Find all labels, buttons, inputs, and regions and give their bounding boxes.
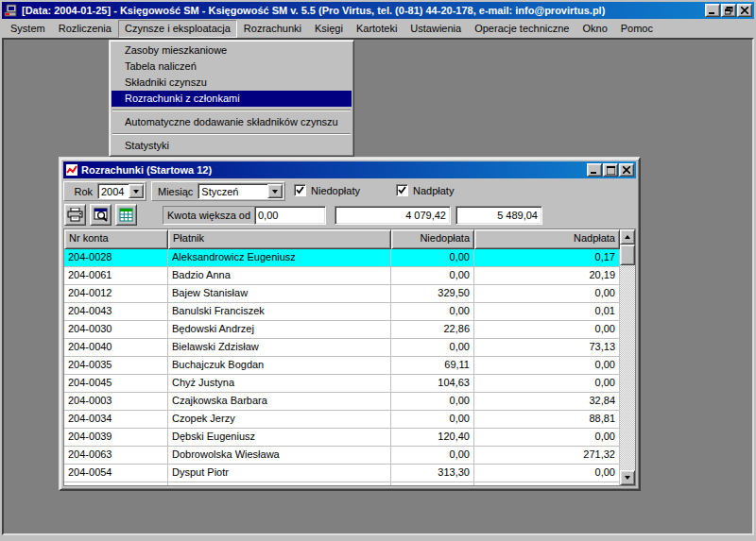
table-row[interactable]: 204-0040Bielawski Zdzisław0,0073,13 bbox=[64, 339, 620, 357]
niedoplaty-checkbox[interactable]: Niedopłaty bbox=[294, 184, 360, 196]
check-icon bbox=[296, 186, 304, 194]
child-title: Rozrachunki (Startowa 12) bbox=[81, 164, 583, 176]
table-row[interactable]: 204-0035Buchajczuk Bogdan69,110,00 bbox=[64, 357, 620, 375]
child-window-controls bbox=[587, 163, 634, 177]
table-row[interactable]: 204-0054Dysput Piotr313,300,00 bbox=[64, 465, 620, 482]
table-row[interactable]: 204-0061Badzio Anna0,0020,19 bbox=[64, 267, 620, 285]
table-row[interactable]: 204-0034Czopek Jerzy0,0088,81 bbox=[64, 411, 620, 429]
menu-item-ksiegi[interactable]: Księgi bbox=[308, 20, 350, 38]
dropdown-item-zasoby-mieszkaniowe[interactable]: Zasoby mieszkaniowe bbox=[112, 42, 352, 59]
cell-nadplata: 0,00 bbox=[474, 357, 620, 375]
miesiac-group: Miesiąc Styczeń bbox=[151, 181, 285, 201]
preview-button[interactable] bbox=[90, 204, 112, 226]
scroll-down-button[interactable] bbox=[620, 470, 635, 485]
dropdown-item-skladniki-czynszu[interactable]: Składniki czynszu bbox=[112, 75, 352, 91]
vertical-scrollbar[interactable] bbox=[620, 229, 635, 485]
miesiac-combo-button[interactable] bbox=[267, 184, 283, 198]
triangle-down-icon bbox=[625, 476, 630, 480]
rok-label: Rok bbox=[65, 186, 97, 197]
cell-niedoplata: 0,00 bbox=[391, 249, 474, 267]
child-close-button[interactable] bbox=[619, 163, 634, 177]
menu-separator bbox=[112, 110, 351, 111]
table-row[interactable]: 204-0003Czajkowska Barbara0,0032,84 bbox=[64, 393, 620, 411]
dropdown-item-statystyki[interactable]: Statystyki bbox=[112, 138, 352, 154]
child-minimize-button[interactable] bbox=[587, 163, 602, 177]
column-header-3[interactable]: Nadpłata bbox=[474, 229, 620, 249]
dropdown-item-rozrachunki-z-czlonkami[interactable]: Rozrachunki z członkami bbox=[112, 91, 352, 107]
menu-item-system[interactable]: System bbox=[4, 20, 52, 38]
cell-nadplata: 32,84 bbox=[474, 393, 620, 411]
nadplaty-checkbox[interactable]: Nadpłaty bbox=[396, 184, 454, 196]
cell-nadplata: 0,00 bbox=[474, 375, 620, 393]
cell-niedoplata: 0,00 bbox=[391, 339, 474, 357]
close-icon bbox=[623, 166, 630, 174]
table-row[interactable]: 204-0028Aleksandrowicz Eugeniusz0,000,17 bbox=[64, 249, 620, 267]
cell-nr-konta: 204-0043 bbox=[64, 303, 168, 321]
cell-nr-konta: 204-0030 bbox=[64, 321, 168, 339]
cell-nr-konta: 204-0045 bbox=[64, 375, 168, 393]
kwota-input[interactable]: 0,00 bbox=[254, 206, 326, 225]
scroll-up-button[interactable] bbox=[620, 229, 635, 245]
chevron-down-icon bbox=[133, 190, 139, 194]
nadplata-total-field: 5 489,04 bbox=[455, 206, 542, 225]
child-window: Rozrachunki (Startowa 12) Rok bbox=[59, 157, 641, 491]
cell-platnik: Będowski Andrzej bbox=[168, 321, 391, 339]
cell-nadplata: 0,00 bbox=[474, 321, 620, 339]
cell-platnik: Dysput Piotr bbox=[168, 465, 391, 482]
minimize-icon bbox=[709, 7, 716, 14]
column-header-2[interactable]: Niedopłata bbox=[391, 229, 474, 249]
dropdown-item-tabela-naliczen[interactable]: Tabela naliczeń bbox=[112, 59, 352, 75]
filters-row: Rok 2004 Miesiąc Styczeń bbox=[63, 178, 636, 201]
close-button[interactable] bbox=[737, 4, 752, 17]
cell-niedoplata: 0,00 bbox=[391, 411, 474, 429]
export-button[interactable] bbox=[115, 204, 137, 226]
niedoplata-total-field: 4 079,42 bbox=[335, 206, 451, 225]
chart-icon bbox=[65, 163, 78, 177]
column-header-1[interactable]: Płatnik bbox=[168, 229, 391, 249]
table-row[interactable]: 204-0063Dobrowolska Wiesława0,00271,32 bbox=[64, 447, 620, 465]
cell-platnik: Dębski Eugeniusz bbox=[168, 429, 391, 447]
table-row[interactable]: 204-0012Bajew Stanisław329,500,00 bbox=[64, 285, 620, 303]
child-titlebar: Rozrachunki (Startowa 12) bbox=[63, 161, 636, 178]
scroll-thumb[interactable] bbox=[620, 245, 635, 265]
rok-combobox[interactable]: 2004 bbox=[97, 183, 145, 199]
menu-item-czynsze[interactable]: Czynsze i eksploatacja bbox=[118, 20, 237, 38]
menu-item-rozrachunki[interactable]: Rozrachunki bbox=[237, 20, 308, 38]
dropdown-item-automatyczne-dodawanie[interactable]: Automatyczne dodawanie składników czynsz… bbox=[112, 114, 352, 130]
cell-nadplata: 111,50 bbox=[474, 482, 620, 485]
menu-item-rozliczenia[interactable]: Rozliczenia bbox=[52, 20, 118, 38]
miesiac-combobox[interactable]: Styczeń bbox=[198, 183, 284, 199]
print-button[interactable] bbox=[64, 204, 86, 226]
table-row[interactable]: 204-0045Chyż Justyna104,630,00 bbox=[64, 375, 620, 393]
cell-nr-konta: 204-0061 bbox=[64, 267, 168, 285]
minimize-button[interactable] bbox=[705, 4, 720, 17]
cell-platnik: Banulski Franciszek bbox=[168, 303, 391, 321]
child-maximize-button[interactable] bbox=[603, 163, 618, 177]
restore-button[interactable] bbox=[721, 4, 736, 17]
rok-combo-button[interactable] bbox=[129, 184, 144, 198]
scroll-track[interactable] bbox=[620, 265, 635, 470]
cell-platnik: Aleksandrowicz Eugeniusz bbox=[168, 249, 391, 267]
toolbar-row: Kwota większa od 0,00 4 079,42 5 489,04 bbox=[63, 201, 636, 228]
cell-nr-konta: 204-0035 bbox=[64, 357, 168, 375]
triangle-up-icon bbox=[625, 235, 630, 239]
cell-niedoplata: 69,11 bbox=[391, 357, 474, 375]
cell-nr-konta: 204-0039 bbox=[64, 429, 168, 447]
menu-item-ustawienia[interactable]: Ustawienia bbox=[404, 20, 468, 38]
table-header: Nr kontaPłatnikNiedopłataNadpłata bbox=[64, 229, 620, 249]
cell-niedoplata: 0,00 bbox=[391, 447, 474, 465]
table-row-partial[interactable]: 204-0001Gawronek Henryk0,00111,50 bbox=[64, 482, 620, 485]
application-window: [Data: 2004-01-25] - Księgowość SM - Ksi… bbox=[0, 0, 756, 541]
cell-nr-konta: 204-0012 bbox=[64, 285, 168, 303]
miesiac-label: Miesiąc bbox=[153, 186, 198, 197]
menu-item-pomoc[interactable]: Pomoc bbox=[614, 20, 660, 38]
menu-item-okno[interactable]: Okno bbox=[576, 20, 613, 38]
cell-nadplata: 73,13 bbox=[474, 339, 620, 357]
table-row[interactable]: 204-0043Banulski Franciszek0,000,01 bbox=[64, 303, 620, 321]
menu-item-kartoteki[interactable]: Kartoteki bbox=[350, 20, 404, 38]
table-row[interactable]: 204-0039Dębski Eugeniusz120,400,00 bbox=[64, 429, 620, 447]
menu-item-operacje-techniczne[interactable]: Operacje techniczne bbox=[468, 20, 576, 38]
nadplaty-label: Nadpłaty bbox=[413, 185, 454, 196]
column-header-0[interactable]: Nr konta bbox=[64, 229, 168, 249]
table-row[interactable]: 204-0030Będowski Andrzej22,860,00 bbox=[64, 321, 620, 339]
